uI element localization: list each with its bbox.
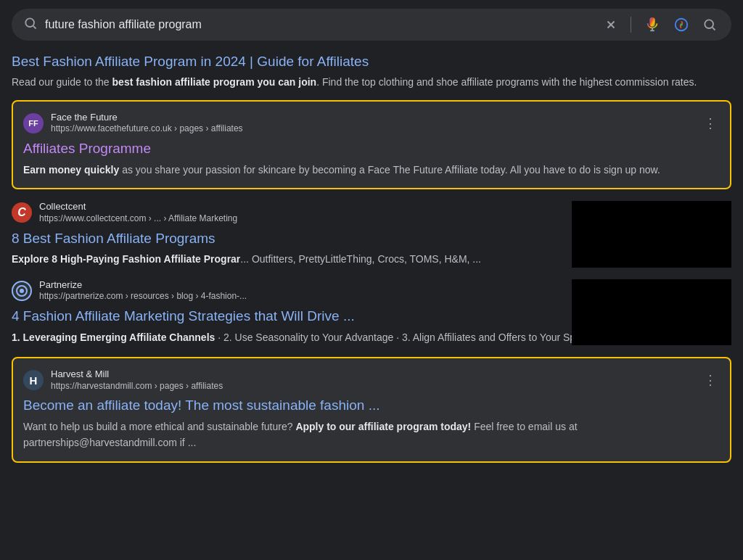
site-name-face-the-future: Face the Future: [51, 112, 243, 124]
search-magnifier-icon: [23, 16, 38, 33]
result-card-collectcent: C Collectcent https://www.collectcent.co…: [12, 201, 731, 267]
site-name-partnerize: Partnerize: [39, 279, 247, 292]
result-desc-bold-harvest-mill: Apply to our affiliate program today!: [295, 421, 471, 432]
favicon-face-the-future: FF: [23, 113, 44, 133]
site-info-face-the-future: FF Face the Future https://www.facethefu…: [23, 112, 720, 135]
lens-button[interactable]: [670, 17, 692, 33]
top-partial-title[interactable]: Best Fashion Affiliate Program in 2024 |…: [12, 54, 369, 69]
result-card-face-the-future: FF Face the Future https://www.facethefu…: [12, 100, 731, 189]
favicon-collectcent: C: [12, 202, 32, 223]
favicon-harvest-mill: H: [23, 370, 44, 390]
site-name-url-partnerize: Partnerize https://partnerize.com › reso…: [39, 279, 247, 302]
site-url-collectcent: https://www.collectcent.com › ... › Affi…: [39, 213, 237, 225]
three-dot-face-the-future[interactable]: ⋮: [701, 115, 720, 131]
svg-point-7: [680, 23, 683, 26]
top-partial-desc-bold: best fashion affiliate program you can j…: [112, 76, 317, 88]
site-name-url-collectcent: Collectcent https://www.collectcent.com …: [39, 201, 237, 224]
svg-line-9: [713, 28, 715, 30]
favicon-partnerize: [12, 281, 32, 301]
search-button[interactable]: [699, 17, 720, 32]
mic-button[interactable]: [641, 17, 663, 33]
result-desc-bold-face-the-future: Earn money quickly: [23, 164, 119, 176]
search-bar[interactable]: future fashion affiliate program: [12, 9, 731, 41]
result-desc-bold-partnerize: 1. Leveraging Emerging Affiliate Channel…: [12, 332, 215, 343]
svg-line-1: [33, 26, 36, 29]
search-input-display[interactable]: future fashion affiliate program: [45, 18, 594, 31]
clear-button[interactable]: [602, 18, 620, 31]
divider: [631, 17, 631, 33]
site-url-partnerize: https://partnerize.com › resources › blo…: [39, 291, 247, 302]
result-card-partnerize: Partnerize https://partnerize.com › reso…: [12, 279, 731, 345]
result-desc-harvest-mill: Want to help us build a more ethical and…: [23, 419, 720, 451]
result-title-harvest-mill[interactable]: Become an affiliate today! The most sust…: [23, 396, 720, 416]
site-info-harvest-mill: H Harvest & Mill https://harvestandmill.…: [23, 368, 720, 392]
site-url-face-the-future: https://www.facethefuture.co.uk › pages …: [51, 123, 243, 135]
partial-overlay-partnerize: [572, 279, 731, 345]
top-partial-desc: Read our guide to the best fashion affil…: [12, 75, 731, 90]
site-name-collectcent: Collectcent: [39, 201, 237, 213]
svg-point-0: [25, 18, 34, 27]
result-title-face-the-future[interactable]: Affiliates Programme: [23, 139, 720, 159]
site-name-url-face-the-future: Face the Future https://www.facethefutur…: [51, 112, 243, 135]
result-desc-bold-collectcent: Explore 8 High-Paying Fashion Affiliate …: [12, 253, 240, 265]
site-name-url-harvest-mill: Harvest & Mill https://harvestandmill.co…: [51, 368, 223, 392]
three-dot-harvest-mill[interactable]: ⋮: [701, 372, 720, 388]
results-area: Best Fashion Affiliate Program in 2024 |…: [0, 52, 743, 463]
result-card-harvest-mill: H Harvest & Mill https://harvestandmill.…: [12, 357, 731, 463]
svg-point-8: [705, 20, 713, 28]
top-partial-result: Best Fashion Affiliate Program in 2024 |…: [12, 52, 731, 90]
site-url-harvest-mill: https://harvestandmill.com › pages › aff…: [51, 381, 223, 392]
partial-overlay-collectcent: [572, 201, 731, 267]
site-name-harvest-mill: Harvest & Mill: [51, 368, 223, 381]
svg-point-11: [20, 289, 24, 293]
result-desc-face-the-future: Earn money quickly as you share your pas…: [23, 162, 720, 178]
